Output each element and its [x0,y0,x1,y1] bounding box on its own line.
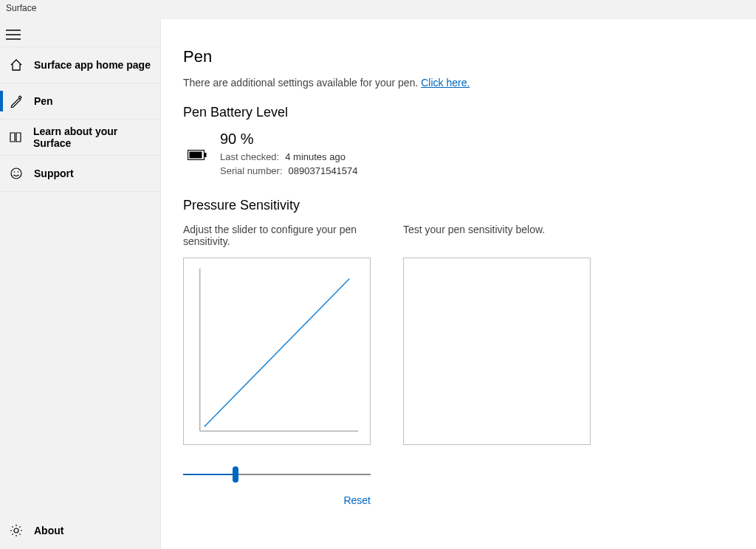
additional-settings-link[interactable]: Click here. [421,77,470,89]
sidebar-item-label: Support [34,168,74,179]
svg-line-20 [205,278,349,426]
sidebar-item-label: About [34,525,63,536]
sidebar-item-label: Learn about your Surface [33,125,151,149]
pressure-heading: Pressure Sensitivity [183,198,734,213]
last-checked-label: Last checked: [220,151,279,165]
home-icon [9,58,24,72]
svg-point-4 [14,171,16,173]
serial-label: Serial number: [220,165,283,179]
sidebar-item-pen[interactable]: Pen [0,83,160,120]
page-title: Pen [183,47,734,66]
sidebar: Surface app home page Pen Learn about yo… [0,19,161,549]
svg-line-12 [19,534,20,534]
adjust-hint: Adjust the slider to configure your pen … [183,224,371,253]
gear-icon [9,524,24,537]
book-icon [9,131,23,144]
hamburger-icon [6,30,21,40]
reset-button[interactable]: Reset [343,494,371,506]
test-area[interactable] [403,258,591,445]
test-hint: Test your pen sensitivity below. [403,224,591,253]
svg-point-5 [18,171,19,173]
hamburger-button[interactable] [0,19,160,47]
sidebar-item-support[interactable]: Support [0,155,160,192]
main-content: Pen There are additional settings availa… [161,19,756,549]
battery-icon [188,150,207,163]
smile-icon [9,167,24,180]
pen-icon [9,94,24,108]
svg-rect-16 [190,152,202,159]
chart-svg [184,258,370,444]
sidebar-item-label: Pen [34,95,53,107]
svg-line-13 [12,534,13,534]
svg-point-3 [11,168,21,179]
svg-line-14 [19,526,20,527]
sensitivity-slider[interactable] [183,467,371,482]
sidebar-item-home[interactable]: Surface app home page [0,46,160,83]
svg-point-6 [14,528,18,533]
window-title: Surface [0,0,756,19]
sidebar-item-about[interactable]: About [0,512,160,549]
last-checked-value: 4 minutes ago [285,151,346,165]
sidebar-item-label: Surface app home page [34,59,151,71]
battery-heading: Pen Battery Level [183,105,734,120]
svg-rect-17 [205,153,207,157]
svg-line-11 [12,526,13,527]
serial-value: 0890371541574 [289,165,358,179]
subline: There are additional settings available … [183,77,734,89]
sensitivity-chart [183,258,371,445]
subline-text: There are additional settings available … [183,77,421,89]
battery-percent: 90 % [220,131,358,148]
sidebar-item-learn[interactable]: Learn about your Surface [0,119,160,156]
slider-thumb[interactable] [233,466,238,483]
